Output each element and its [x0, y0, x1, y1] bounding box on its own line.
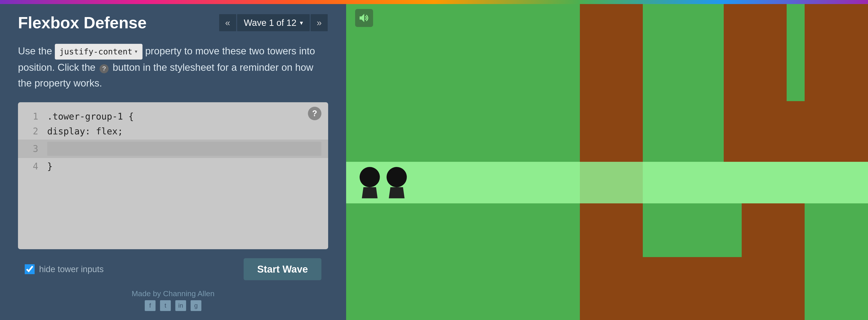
tower-1-head [360, 167, 380, 187]
bottom-controls: hide tower inputs Start Wave [18, 258, 328, 280]
svg-marker-0 [360, 14, 364, 22]
tower-2-body [389, 187, 405, 198]
help-inline-icon[interactable]: ? [99, 64, 108, 73]
wave-nav: « Wave 1 of 12 ▾ » [219, 14, 328, 32]
app-title: Flexbox Defense [18, 13, 147, 32]
property-name: justify-content [59, 45, 132, 58]
start-wave-button[interactable]: Start Wave [244, 258, 321, 280]
line-number-3: 3 [25, 143, 38, 154]
checkbox-row: hide tower inputs [25, 264, 103, 274]
tower-2 [386, 167, 407, 198]
header-row: Flexbox Defense « Wave 1 of 12 ▾ » [18, 13, 328, 32]
tower-1-body [362, 187, 378, 198]
editor-help-button[interactable]: ? [308, 107, 321, 120]
path-segment-vertical-right-bottom [742, 203, 805, 320]
linkedin-icon[interactable]: in [175, 300, 186, 311]
footer-icons: f t in g [18, 300, 328, 311]
prev-wave-button[interactable]: « [219, 14, 237, 32]
code-editor: ? 1 .tower-group-1 { 2 display: flex; 3 … [18, 102, 328, 249]
line-number-2: 2 [25, 126, 38, 136]
instruction-text: Use the justify-content ▾ property to mo… [18, 43, 328, 91]
line-number-4: 4 [25, 161, 38, 171]
left-panel: Flexbox Defense « Wave 1 of 12 ▾ » Use t… [0, 0, 346, 320]
footer: Made by Channing Allen f t in g [18, 289, 328, 311]
github-icon[interactable]: g [191, 300, 202, 311]
game-svg [346, 0, 868, 320]
line-content-2: display: flex; [47, 126, 321, 136]
wave-dropdown[interactable]: Wave 1 of 12 ▾ [237, 14, 310, 32]
line-content-4: } [47, 161, 321, 171]
game-panel [346, 0, 868, 320]
hide-tower-inputs-checkbox[interactable] [25, 264, 35, 274]
next-wave-button[interactable]: » [310, 14, 328, 32]
tower-track-overlay [346, 162, 868, 203]
code-line-3[interactable]: 3 [18, 139, 328, 158]
footer-credit: Made by Channing Allen [18, 289, 328, 298]
checkbox-label: hide tower inputs [39, 264, 103, 274]
twitter-icon[interactable]: t [160, 300, 171, 311]
facebook-icon[interactable]: f [145, 300, 156, 311]
dropdown-arrow-icon: ▾ [300, 19, 303, 27]
code-line-2: 2 display: flex; [18, 124, 328, 139]
sound-button[interactable] [355, 9, 373, 27]
path-segment-vertical-center-top [580, 0, 643, 162]
path-segment-vertical-far-right [805, 0, 868, 164]
sound-icon [358, 12, 370, 24]
pill-arrow-icon: ▾ [134, 46, 138, 57]
code-line-1: 1 .tower-group-1 { [18, 109, 328, 124]
tower-2-head [386, 167, 407, 187]
tower-group [346, 162, 868, 203]
code-line-4: 4 } [18, 159, 328, 174]
wave-label: Wave 1 of 12 [244, 18, 297, 28]
property-pill[interactable]: justify-content ▾ [55, 44, 143, 60]
instruction-prefix: Use the [18, 45, 52, 56]
css-value-input[interactable] [47, 142, 321, 156]
line-content-1: .tower-group-1 { [47, 111, 321, 122]
line-number-1: 1 [25, 111, 38, 122]
tower-1 [360, 167, 380, 198]
